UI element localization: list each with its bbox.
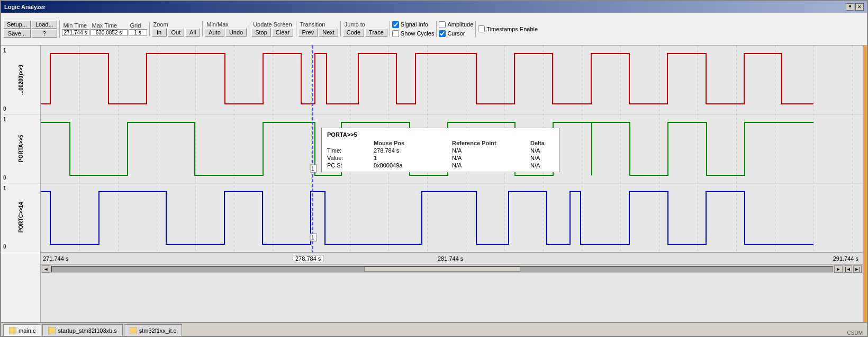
tab-label-1: main.c — [19, 327, 35, 334]
amplitude-checkbox[interactable] — [439, 21, 446, 28]
signal-3-name: PORTC>>14 — [3, 191, 38, 244]
timestamps-checkbox[interactable] — [478, 25, 485, 32]
cursor-label: Cursor — [447, 30, 465, 37]
load-col: Load... ? — [32, 20, 57, 38]
tooltip-value-ref: N/A — [452, 155, 526, 161]
tab-label-2: startup_stm32f103xb.s — [58, 327, 116, 334]
tab-stm32[interactable]: stm32f1xx_it.c — [124, 324, 182, 336]
waveform-area: 1 1 0 PORTA>>5 Mouse Pos Reference Point… — [41, 46, 863, 322]
max-time-value: 630.0852 s — [91, 29, 128, 36]
signal-label-2: 1 PORTA>>5 0 — [1, 114, 40, 183]
zoom-in-button[interactable]: In — [152, 28, 167, 37]
time-end: 291.744 s — [833, 255, 858, 262]
timestamps-group: Timestamps Enable — [478, 25, 540, 32]
save-button[interactable]: Save... — [3, 29, 31, 38]
signal-3-top: 1 — [3, 185, 38, 191]
amplitude-label: Amplitude — [447, 21, 473, 28]
signal-info-checkbox[interactable] — [392, 21, 399, 28]
jump-label: Jump to — [343, 21, 387, 28]
checkboxes-group2: Amplitude Cursor — [439, 21, 476, 37]
tooltip-col-ref: Reference Point — [452, 140, 526, 146]
tooltip-pcs-mouse: 0x800049a — [374, 162, 448, 169]
minmax-group: Min/Max Auto Undo — [205, 21, 249, 37]
signal-1-bottom: 0 — [3, 106, 38, 112]
min-time-value: 271.744 s — [62, 29, 89, 36]
minmax-col: Min/Max Auto Undo — [205, 21, 247, 37]
tooltip-time-mouse: 278.784 s — [374, 147, 448, 154]
scrollbar-row: ◄ ► |◄ ►| — [41, 264, 863, 273]
max-time-label: Max Time — [91, 22, 128, 29]
toolbar: Setup... Save... Load... ? Min Time 271.… — [1, 13, 867, 46]
scroll-left-button[interactable]: ◄ — [42, 265, 50, 273]
cursor-time-box: 278.784 s — [295, 255, 321, 262]
tooltip-col-mouse: Mouse Pos — [374, 140, 448, 146]
zoom-group: Zoom In Out All — [152, 21, 203, 37]
stop-button[interactable]: Stop — [251, 28, 271, 37]
transition-group: Transition Prev Next — [299, 21, 341, 37]
timestamps-label: Timestamps Enable — [486, 26, 538, 32]
tooltip-table: Mouse Pos Reference Point Delta Time: 27… — [327, 140, 554, 169]
zoom-all-button[interactable]: All — [185, 28, 200, 37]
cursor-group: Cursor — [439, 30, 465, 37]
tooltip-value-mouse: 1 — [374, 155, 448, 161]
zoom-label: Zoom — [152, 21, 201, 28]
tab-main-c[interactable]: main.c — [3, 324, 41, 336]
time-mid: 281.744 s — [438, 255, 463, 262]
tooltip-time-label: Time: — [327, 147, 369, 154]
signal-1-name: ...00200)>>9 — [3, 54, 38, 106]
code-button[interactable]: Code — [343, 28, 364, 37]
tab-icon-3 — [130, 327, 137, 334]
tab-startup[interactable]: startup_stm32f103xb.s — [42, 324, 122, 336]
tabs-bar: main.c startup_stm32f103xb.s stm32f1xx_i… — [1, 322, 867, 336]
tooltip-pcs-ref: N/A — [452, 162, 526, 169]
tab-icon-1 — [9, 327, 16, 334]
tab-label-3: stm32f1xx_it.c — [139, 327, 176, 334]
update-label: Update Screen — [251, 21, 293, 28]
signal-label-3: 1 PORTC>>14 0 — [1, 183, 40, 252]
amplitude-group: Amplitude — [439, 21, 473, 28]
auto-button[interactable]: Auto — [205, 28, 224, 37]
close-button[interactable]: ✕ — [855, 3, 864, 11]
minmax-label: Min/Max — [205, 21, 247, 28]
tooltip-time-ref: N/A — [452, 147, 526, 154]
signal-labels: 1 ...00200)>>9 0 1 PORTA>>5 0 1 PORTC>>1… — [1, 46, 41, 322]
prev-button[interactable]: Prev — [299, 28, 318, 37]
zoom-out-button[interactable]: Out — [168, 28, 185, 37]
scroll-end-button[interactable]: ►| — [853, 265, 862, 273]
scroll-start-button[interactable]: |◄ — [844, 265, 852, 273]
tooltip-pcs-delta: N/A — [530, 162, 583, 169]
undo-button[interactable]: Undo — [225, 28, 247, 37]
show-cycles-label: Show Cycles — [401, 30, 435, 37]
trace-button[interactable]: Trace — [365, 28, 387, 37]
help-button[interactable]: ? — [32, 29, 57, 38]
time-start: 271.744 s — [43, 255, 68, 262]
clear-button[interactable]: Clear — [272, 28, 293, 37]
signal-info-group: Signal Info — [392, 21, 428, 28]
transition-label: Transition — [299, 21, 338, 28]
signal-1-top: 1 — [3, 48, 38, 54]
jump-col: Jump to Code Trace — [343, 21, 387, 37]
scrollbar-thumb[interactable] — [364, 267, 520, 272]
zoom-col: Zoom In Out All — [152, 21, 201, 37]
signal-2-name: PORTA>>5 — [3, 122, 38, 175]
next-button[interactable]: Next — [319, 28, 338, 37]
signal-2-top: 1 — [3, 117, 38, 122]
checkboxes-group: Signal Info Show Cycles — [392, 21, 437, 37]
title-bar-buttons: 🖈 ✕ — [846, 3, 864, 11]
title-bar: Logic Analyzer 🖈 ✕ — [1, 1, 867, 13]
cursor-checkbox[interactable] — [439, 30, 446, 37]
min-time-label: Min Time — [62, 22, 89, 29]
show-cycles-checkbox[interactable] — [392, 30, 399, 37]
scrollbar-track[interactable] — [51, 266, 833, 272]
grid-value: 1 s — [129, 29, 147, 36]
tooltip-value-delta: N/A — [530, 155, 583, 161]
file-group: Setup... Save... Load... ? — [3, 20, 60, 38]
tooltip-time-delta: N/A — [530, 147, 583, 154]
scroll-right-button[interactable]: ► — [834, 265, 843, 273]
jump-group: Jump to Code Trace — [343, 21, 390, 37]
pin-button[interactable]: 🖈 — [846, 3, 854, 11]
setup-button[interactable]: Setup... — [3, 20, 31, 29]
signal-info-label: Signal Info — [401, 21, 428, 28]
load-button[interactable]: Load... — [32, 20, 57, 29]
right-handle[interactable] — [863, 46, 867, 322]
